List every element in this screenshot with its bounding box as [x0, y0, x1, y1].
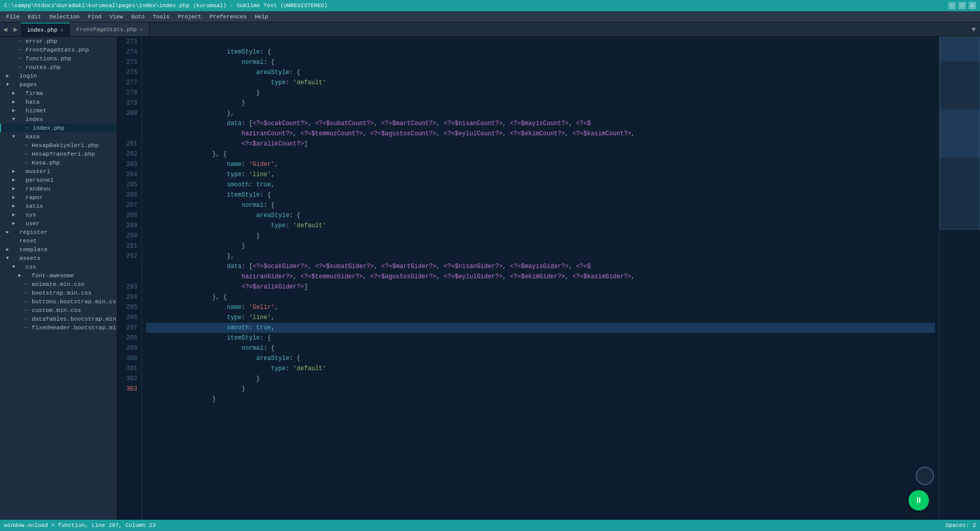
menu-bar: File Edit Selection Find View Goto Tools…	[0, 11, 980, 22]
arrow-icon: ▶	[12, 203, 18, 209]
sidebar-item-routes[interactable]: — routes.php	[0, 63, 117, 71]
minimap-viewport	[940, 37, 980, 230]
menu-goto[interactable]: Goto	[127, 13, 149, 21]
sidebar-label: index.php	[33, 125, 115, 131]
sidebar-item-buttons-bootstrap-css[interactable]: — buttons.bootstrap.min.css	[0, 297, 117, 306]
sidebar-item-css[interactable]: ▼ css	[0, 262, 117, 271]
sidebar-label: pages	[19, 81, 115, 88]
arrow-icon: ▶	[6, 229, 12, 235]
sidebar-item-hesap-transferi[interactable]: — HesapTransferi.php	[0, 150, 117, 158]
file-icon: —	[18, 56, 26, 61]
menu-edit[interactable]: Edit	[23, 13, 45, 21]
code-line-292a: data: [<?=$ocakGider?>, <?=$subatGider?>…	[146, 251, 935, 261]
sidebar-label: register	[19, 229, 115, 235]
green-circle-button[interactable]: ⏸	[909, 490, 929, 511]
tab-close-frontpage[interactable]: ✕	[140, 27, 143, 33]
minimize-button[interactable]: —	[948, 2, 955, 9]
sidebar-item-firma[interactable]: ▶ firma	[0, 89, 117, 98]
arrow-icon: ▼	[6, 256, 12, 261]
sidebar-item-personel[interactable]: ▶ personel	[0, 176, 117, 184]
sidebar-item-hata[interactable]: ▶ hata	[0, 98, 117, 106]
sidebar-label: error.php	[26, 38, 115, 44]
sidebar-item-randevu[interactable]: ▶ randevu	[0, 184, 117, 193]
tab-label-frontpage: FrontPageStats.php	[76, 27, 137, 33]
sidebar-item-rapor[interactable]: ▶ rapor	[0, 193, 117, 202]
sidebar-label: custom.min.css	[32, 307, 115, 313]
sidebar-item-functions[interactable]: — functions.php	[0, 54, 117, 63]
code-line-294: name: 'Gelir',	[146, 292, 935, 302]
menu-preferences[interactable]: Preferences	[206, 13, 251, 21]
sidebar-item-animate-css[interactable]: — animate.min.css	[0, 280, 117, 288]
sidebar-item-register[interactable]: ▶ register	[0, 228, 117, 236]
sidebar-label: assets	[19, 255, 115, 261]
code-line-279: },	[146, 98, 935, 108]
menu-help[interactable]: Help	[251, 13, 272, 21]
sidebar-item-font-awesome[interactable]: ▶ font-awesome	[0, 271, 117, 280]
tab-bar: ◀ ▶ index.php ✕ FrontPageStats.php ✕ ▼	[0, 22, 980, 37]
sidebar-label: template	[19, 246, 115, 253]
file-icon: —	[24, 307, 32, 313]
sidebar-label: reset	[19, 237, 115, 244]
menu-project[interactable]: Project	[174, 13, 205, 21]
tab-overflow-button[interactable]: ▼	[968, 26, 980, 34]
tab-label-index: index.php	[27, 27, 57, 33]
file-icon: —	[26, 125, 33, 131]
maximize-button[interactable]: □	[959, 2, 966, 9]
sidebar-label: kasa	[26, 133, 115, 140]
tab-frontpagestats[interactable]: FrontPageStats.php ✕	[70, 22, 150, 36]
menu-file[interactable]: File	[2, 13, 23, 21]
menu-find[interactable]: Find	[84, 13, 105, 21]
code-line-282: name: 'Gider',	[146, 149, 935, 159]
minimap[interactable]	[939, 37, 980, 520]
menu-view[interactable]: View	[106, 13, 127, 21]
title-bar-buttons[interactable]: — □ ✕	[948, 2, 976, 9]
code-line-280a: data: [<?=$ocakCount?>, <?=$subatCount?>…	[146, 108, 935, 118]
tab-index-php[interactable]: index.php ✕	[21, 22, 70, 36]
sidebar-item-satis[interactable]: ▶ satis	[0, 202, 117, 210]
sidebar-item-custom-css[interactable]: — custom.min.css	[0, 306, 117, 315]
sidebar-item-user[interactable]: ▶ user	[0, 219, 117, 228]
sidebar-item-kasa[interactable]: ▼ kasa	[0, 132, 117, 141]
arrow-icon: ▼	[12, 134, 18, 139]
arrow-icon: ▶	[12, 108, 18, 113]
file-icon: —	[24, 160, 32, 165]
close-button[interactable]: ✕	[969, 2, 976, 9]
sidebar-item-kasa-php[interactable]: — Kasa.php	[0, 158, 117, 167]
sidebar-item-reset[interactable]: reset	[0, 236, 117, 245]
code-line-273: itemStyle: {	[146, 37, 935, 47]
sidebar-label: animate.min.css	[32, 281, 115, 287]
sidebar-item-assets[interactable]: ▼ assets	[0, 254, 117, 262]
sidebar-item-sys[interactable]: ▶ sys	[0, 210, 117, 219]
status-spaces: Spaces: 2	[946, 522, 976, 528]
file-icon: —	[24, 151, 32, 157]
sidebar-item-fixedheader-css[interactable]: — fixedHeader.bootstrap.min.css	[0, 323, 117, 332]
sidebar-item-hesap-bakiyeleri[interactable]: — HesapBakiyeleri.php	[0, 141, 117, 150]
file-icon: —	[24, 325, 32, 330]
tab-nav-left[interactable]: ◀	[0, 22, 10, 36]
tab-nav-right[interactable]: ▶	[10, 22, 20, 36]
menu-tools[interactable]: Tools	[149, 13, 174, 21]
sidebar-label: bootstrap.min.css	[32, 289, 115, 296]
sidebar-item-datatables-css[interactable]: — dataTables.bootstrap.min.css	[0, 315, 117, 323]
sidebar-item-template[interactable]: ▶ template	[0, 245, 117, 254]
sidebar-item-pages[interactable]: ▼ pages	[0, 80, 117, 89]
menu-selection[interactable]: Selection	[45, 13, 84, 21]
sidebar-item-musteri[interactable]: ▶ musteri	[0, 167, 117, 176]
sidebar-label: personel	[26, 177, 115, 183]
sidebar-item-hizmet[interactable]: ▶ hizmet	[0, 106, 117, 115]
arrow-icon: ▶	[12, 212, 18, 218]
sidebar-item-error-php[interactable]: — error.php	[0, 37, 117, 45]
sidebar-item-login[interactable]: ▶ login	[0, 71, 117, 80]
sidebar-item-index-php[interactable]: — index.php	[0, 124, 117, 132]
main-content: — error.php — FrontPageStats.php — funct…	[0, 37, 980, 520]
sidebar-item-index-folder[interactable]: ▼ index	[0, 115, 117, 124]
sidebar-item-bootstrap-css[interactable]: — bootstrap.min.css	[0, 288, 117, 297]
sidebar-item-frontpagestats[interactable]: — FrontPageStats.php	[0, 45, 117, 54]
arrow-icon: ▶	[6, 73, 12, 79]
file-icon: —	[18, 64, 26, 70]
title-bar: C:\xampp\htdocs\buradaki\kurumsal\pages\…	[0, 0, 980, 11]
code-editor[interactable]: 273 274 275 276 277 278 279 280 · · 281 …	[117, 37, 939, 520]
tab-close-index[interactable]: ✕	[60, 27, 63, 33]
arrow-icon: ▶	[18, 273, 24, 278]
sidebar-label: HesapTransferi.php	[32, 151, 115, 157]
